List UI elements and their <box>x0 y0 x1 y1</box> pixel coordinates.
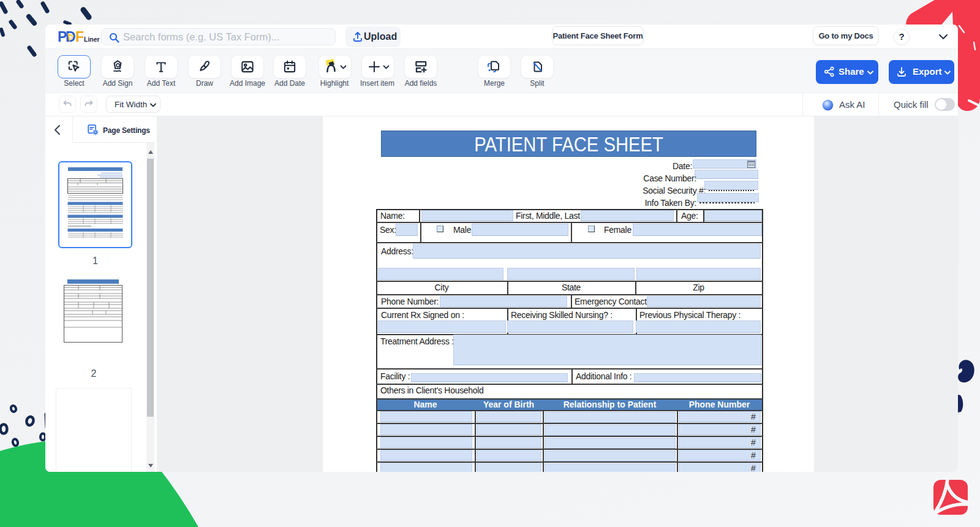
svg-text:Liner: Liner <box>84 36 100 43</box>
svg-text:F: F <box>75 30 84 45</box>
